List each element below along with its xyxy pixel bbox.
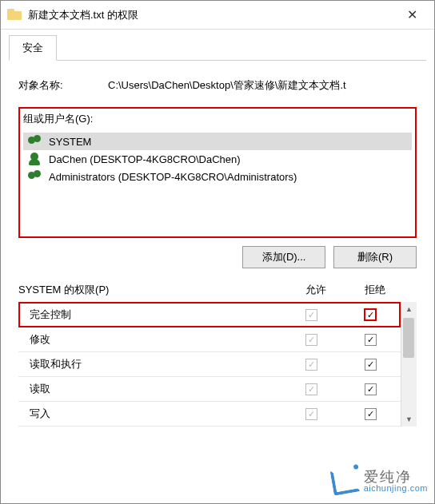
allow-checkbox[interactable]: [305, 408, 317, 420]
user-list[interactable]: SYSTEM DaChen (DESKTOP-4KG8CRO\DaChen) A…: [20, 131, 415, 233]
window-title: 新建文本文档.txt 的权限: [28, 8, 396, 22]
users-group-icon: [28, 135, 42, 148]
users-group-icon: [28, 170, 42, 183]
scroll-down-icon[interactable]: ▼: [401, 412, 417, 427]
scroll-up-icon[interactable]: ▲: [401, 302, 417, 316]
tab-strip: 安全: [1, 30, 434, 60]
permissions-table: 完全控制 修改 读取和执行 读取: [18, 302, 417, 427]
perm-row-write: 写入: [18, 402, 401, 427]
watermark-logo-icon: [329, 466, 361, 495]
perm-row-read: 读取: [18, 377, 401, 402]
user-item-label: DaChen (DESKTOP-4KG8CRO\DaChen): [49, 153, 241, 165]
permissions-for-label: SYSTEM 的权限(P): [18, 283, 282, 297]
allow-checkbox[interactable]: [305, 309, 317, 321]
object-name-row: 对象名称: C:\Users\DaChen\Desktop\管家速修\新建文本文…: [18, 78, 417, 93]
perm-name: 完全控制: [23, 308, 277, 322]
group-or-users-box: 组或用户名(G): SYSTEM DaChen (DESKTOP-4KG8CRO…: [18, 107, 417, 238]
user-buttons-row: 添加(D)... 删除(R): [18, 246, 417, 268]
close-button[interactable]: ✕: [396, 3, 428, 27]
allow-checkbox[interactable]: [305, 359, 317, 371]
perm-row-full-control: 完全控制: [18, 302, 401, 327]
user-item-label: Administrators (DESKTOP-4KG8CRO\Administ…: [49, 171, 297, 183]
deny-checkbox[interactable]: [365, 359, 377, 371]
titlebar: 新建文本文档.txt 的权限 ✕: [1, 1, 434, 30]
group-or-users-label: 组或用户名(G):: [20, 112, 415, 131]
permissions-dialog: 新建文本文档.txt 的权限 ✕ 安全 对象名称: C:\Users\DaChe…: [0, 0, 435, 504]
user-item-administrators[interactable]: Administrators (DESKTOP-4KG8CRO\Administ…: [23, 168, 412, 185]
watermark-cn: 爱纯净: [364, 470, 428, 484]
perm-name: 修改: [23, 332, 277, 347]
user-item-system[interactable]: SYSTEM: [23, 133, 412, 150]
dialog-content: 对象名称: C:\Users\DaChen\Desktop\管家速修\新建文本文…: [1, 61, 434, 435]
watermark-text: 爱纯净 aichunjing.com: [364, 470, 428, 493]
tab-security[interactable]: 安全: [9, 35, 57, 61]
deny-checkbox[interactable]: [364, 308, 377, 321]
deny-checkbox[interactable]: [365, 383, 377, 395]
permissions-rows: 完全控制 修改 读取和执行 读取: [18, 302, 401, 427]
permissions-header: SYSTEM 的权限(P) 允许 拒绝: [18, 283, 417, 297]
user-item-label: SYSTEM: [49, 136, 91, 148]
user-item-dachen[interactable]: DaChen (DESKTOP-4KG8CRO\DaChen): [23, 150, 412, 168]
perm-name: 读取和执行: [23, 357, 277, 371]
perm-name: 读取: [23, 382, 277, 396]
object-name-label: 对象名称:: [18, 78, 108, 93]
permissions-scrollbar[interactable]: ▲ ▼: [401, 302, 417, 427]
deny-checkbox[interactable]: [365, 408, 377, 420]
deny-checkbox[interactable]: [365, 334, 377, 346]
allow-checkbox[interactable]: [305, 334, 317, 346]
allow-column-header: 允许: [282, 283, 349, 297]
add-button[interactable]: 添加(D)...: [242, 246, 325, 268]
remove-button[interactable]: 删除(R): [333, 246, 417, 268]
watermark-en: aichunjing.com: [364, 484, 428, 493]
allow-checkbox[interactable]: [305, 383, 317, 395]
folder-icon: [7, 9, 22, 22]
perm-name: 写入: [23, 407, 277, 421]
perm-row-read-execute: 读取和执行: [18, 352, 401, 377]
scroll-thumb[interactable]: [403, 318, 414, 358]
user-icon: [28, 153, 42, 165]
deny-column-header: 拒绝: [349, 283, 401, 297]
perm-row-modify: 修改: [18, 327, 401, 352]
object-name-value: C:\Users\DaChen\Desktop\管家速修\新建文本文档.t: [108, 78, 417, 93]
watermark: 爱纯净 aichunjing.com: [332, 468, 428, 494]
